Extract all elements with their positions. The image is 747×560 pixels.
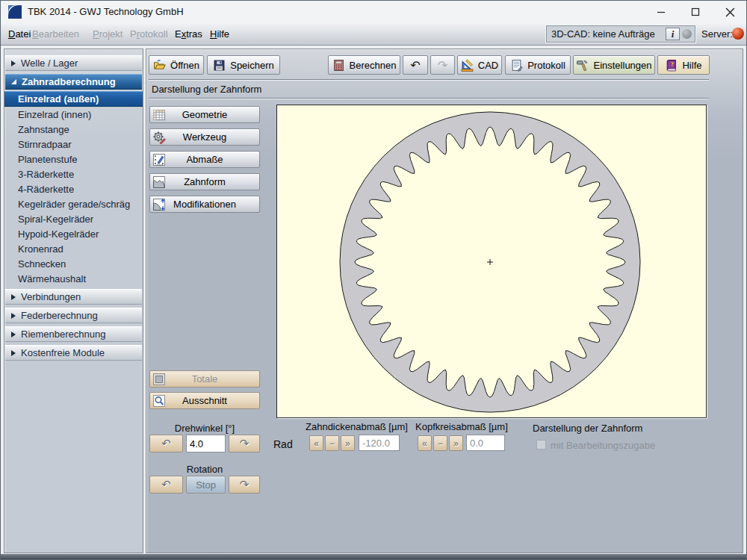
save-button[interactable]: Speichern [207, 55, 280, 75]
zahndicke-input[interactable] [359, 435, 400, 451]
kopfkreis-reset-button[interactable]: − [433, 435, 447, 451]
window-title: TBK 2014 - GWJ Technology GmbH [28, 6, 184, 17]
help-book-icon: ? [665, 59, 678, 72]
totale-label: Totale [192, 373, 218, 385]
rotate-ccw-button[interactable]: ↶ [149, 435, 183, 452]
menu-protokoll: Protokoll [125, 23, 173, 45]
chevron-right-icon [11, 60, 16, 66]
info-button[interactable]: i [666, 28, 680, 40]
chevron-right-icon [11, 350, 16, 356]
kopfkreis-input[interactable] [466, 435, 505, 451]
sidebar-item-stirnradpaar[interactable]: Stirnradpaar [4, 137, 143, 152]
zahndicke-step-down-button[interactable]: « [309, 435, 323, 451]
modifications-icon [152, 198, 166, 211]
cad-button[interactable]: CAD [457, 55, 502, 75]
cad-status-box: 3D-CAD: keine Aufträge i [546, 25, 695, 43]
app-window: TBK 2014 - GWJ Technology GmbH Datei Bea… [0, 0, 747, 560]
section-label: Federberechnung [21, 310, 98, 321]
main-panel: Öffnen Speichern [146, 49, 743, 553]
kopfkreis-step-down-button[interactable]: « [418, 435, 432, 451]
chevron-right-icon: » [345, 438, 350, 449]
stop-button[interactable]: Stop [186, 476, 226, 494]
cad-status-text: 3D-CAD: keine Aufträge [547, 28, 666, 40]
rotate-cw-button[interactable]: ↷ [229, 435, 260, 452]
sidebar-item-einzelrad-innen[interactable]: Einzelrad (innen) [4, 107, 143, 122]
sidebar-section-verbindungen[interactable]: Verbindungen [5, 289, 142, 305]
sidebar-section-welle-lager[interactable]: Welle / Lager [5, 55, 142, 71]
rotation-ccw-button[interactable]: ↶ [149, 476, 183, 494]
minimize-icon [657, 7, 666, 16]
bearbeitungszugabe-checkbox [536, 440, 546, 449]
chevron-right-icon [11, 332, 16, 337]
rotation-label: Rotation [149, 464, 260, 475]
geometrie-button[interactable]: Geometrie [149, 106, 260, 123]
open-button[interactable]: Öffnen [149, 55, 204, 75]
protocol-button[interactable]: Protokoll [505, 55, 571, 75]
zahndicke-label: Zahndickenabmaß [µm] [306, 421, 408, 432]
sidebar-item-zahnstange[interactable]: Zahnstange [4, 122, 143, 137]
divider [149, 79, 709, 81]
cad-label: CAD [478, 60, 498, 71]
close-icon [725, 7, 735, 17]
settings-button[interactable]: Einstellungen [573, 55, 655, 75]
undo-button[interactable]: ↶ [403, 55, 428, 75]
sidebar-item-kegelraeder[interactable]: Kegelräder gerade/schräg [4, 196, 143, 211]
drehwinkel-label: Drehwinkel [°] [149, 423, 260, 434]
section-label: Zahnradberechnung [22, 76, 116, 87]
sidebar-item-kronenrad[interactable]: Kronenrad [4, 241, 143, 256]
section-label: Welle / Lager [21, 57, 78, 69]
ausschnitt-button[interactable]: Ausschnitt [149, 392, 260, 409]
maximize-button[interactable] [679, 1, 712, 23]
calculate-button[interactable]: Berechnen [328, 55, 400, 75]
minimize-button[interactable] [645, 1, 678, 23]
menu-extras[interactable]: Extras [170, 23, 207, 45]
chevron-expanded-icon [11, 79, 16, 84]
help-label: Hilfe [682, 60, 701, 71]
menu-hilfe[interactable]: Hilfe [205, 23, 234, 45]
sidebar-item-einzelrad-aussen[interactable]: Einzelrad (außen) [4, 91, 143, 107]
sidebar-item-planetenstufe[interactable]: Planetenstufe [4, 152, 143, 167]
close-button[interactable] [713, 1, 746, 23]
module-sidebar: Welle / Lager Zahnradberechnung Einzelra… [4, 49, 143, 553]
settings-label: Einstellungen [593, 60, 651, 71]
zahnform-button[interactable]: Zahnform [149, 173, 260, 190]
chevron-right-icon [11, 313, 16, 319]
werkzeug-button[interactable]: Werkzeug [149, 128, 260, 146]
ausschnitt-label: Ausschnitt [182, 395, 227, 406]
zahndicke-step-up-button[interactable]: » [341, 435, 355, 451]
sidebar-item-4-raederkette[interactable]: 4-Räderkette [4, 181, 143, 196]
drehwinkel-input[interactable] [186, 435, 226, 452]
cad-status-indicator [682, 29, 692, 39]
redo-icon: ↷ [438, 58, 447, 72]
tooth-form-icon [152, 175, 166, 189]
sidebar-item-spiral-kegelraeder[interactable]: Spiral-Kegelräder [4, 211, 143, 226]
tolerances-icon [152, 153, 166, 167]
protocol-label: Protokoll [527, 60, 565, 71]
menu-projekt: Projekt [88, 23, 127, 45]
menubar: Datei Bearbeiten Projekt Protokoll Extra… [1, 23, 746, 46]
gear-drawing [277, 105, 706, 417]
darstellung-label: Darstellung der Zahnform [533, 423, 642, 434]
section-label: Verbindungen [21, 291, 81, 302]
sidebar-item-schnecken[interactable]: Schnecken [4, 256, 143, 271]
sidebar-section-kostenfreie-module[interactable]: Kostenfreie Module [5, 345, 142, 361]
gear-view-canvas[interactable] [276, 105, 707, 418]
zahndicke-reset-button[interactable]: − [325, 435, 339, 451]
sidebar-section-federberechnung[interactable]: Federberechnung [5, 308, 142, 323]
open-folder-icon [153, 59, 166, 72]
rotate-cw-icon: ↷ [240, 437, 249, 450]
sidebar-item-3-raederkette[interactable]: 3-Räderkette [4, 167, 143, 181]
open-label: Öffnen [170, 60, 199, 71]
sidebar-section-riemenberechnung[interactable]: Riemenberechnung [5, 326, 142, 342]
rotate-cw-icon: ↷ [240, 478, 249, 491]
section-label: Riemenberechnung [21, 329, 105, 340]
kopfkreis-step-up-button[interactable]: » [449, 435, 463, 451]
rotation-cw-button[interactable]: ↷ [229, 476, 260, 494]
sidebar-section-zahnradberechnung[interactable]: Zahnradberechnung [5, 74, 142, 90]
sidebar-item-hypoid-kegelraeder[interactable]: Hypoid-Kegelräder [4, 226, 143, 241]
help-button[interactable]: ? Hilfe [657, 55, 710, 75]
redo-button[interactable]: ↷ [430, 55, 455, 75]
abmasse-button[interactable]: Abmaße [149, 151, 260, 168]
sidebar-item-waermehaushalt[interactable]: Wärmehaushalt [4, 271, 143, 286]
modifikationen-button[interactable]: Modifikationen [149, 196, 260, 213]
